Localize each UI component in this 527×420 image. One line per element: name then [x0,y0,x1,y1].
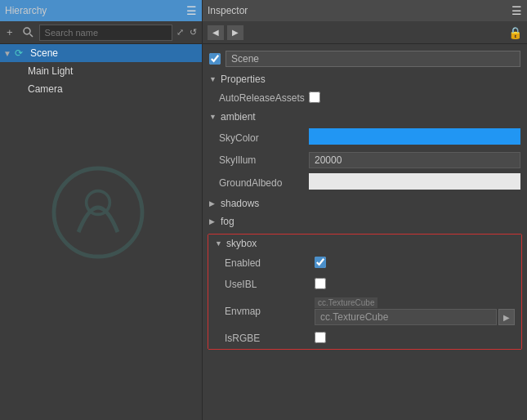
hierarchy-header: Hierarchy ☰ [0,0,202,21]
scene-name-row [203,47,527,70]
skybox-useibl-value [315,278,515,292]
skybox-enabled-checkbox[interactable] [315,257,326,268]
fog-arrow: ▶ [209,217,217,226]
inspector-panel: Inspector ☰ ◀ ▶ 🔒 ▼ Properties AutoRelea… [203,0,527,420]
shadows-title: shadows [221,198,259,209]
inspector-title: Inspector [208,5,248,16]
inspector-header: Inspector ☰ [203,0,527,21]
properties-arrow: ▼ [209,75,217,83]
skybox-isrgbe-checkbox[interactable] [315,332,326,343]
search-input[interactable] [39,25,172,41]
auto-release-label: AutoReleaseAssets [219,92,309,104]
ground-albedo-swatch[interactable] [309,173,520,190]
svg-point-0 [24,28,30,34]
properties-section-header[interactable]: ▼ Properties [203,70,527,88]
envmap-input[interactable] [315,309,497,325]
scene-enabled-checkbox[interactable] [209,53,221,65]
search-button[interactable] [19,25,37,41]
skybox-useibl-checkbox[interactable] [315,278,326,289]
skybox-useibl-row: UseIBL [208,274,521,295]
camera-label: Camera [28,83,63,95]
auto-release-value [309,92,520,105]
ambient-title: ambient [221,111,256,123]
nav-forward-button[interactable]: ▶ [227,25,243,40]
sky-color-value [309,128,520,147]
skybox-useibl-label: UseIBL [225,279,315,290]
shadows-section-header[interactable]: ▶ shadows [203,194,527,212]
skybox-arrow: ▼ [215,239,223,248]
skybox-section: ▼ skybox Enabled UseIBL [208,234,522,350]
tree-item-mainlight[interactable]: Main Light [0,62,202,80]
fog-title: fog [221,216,234,227]
ambient-arrow: ▼ [209,113,217,121]
hierarchy-panel: Hierarchy ☰ + ⤢ ↺ ▼ ⟳ Scene [0,0,203,420]
collapse-icon[interactable]: ⤢ [175,25,185,39]
skybox-title: skybox [226,238,257,249]
inspector-menu-icon[interactable]: ☰ [511,4,522,17]
inspector-content: ▼ Properties AutoReleaseAssets ▼ ambient… [203,44,527,420]
scene-label: Scene [30,47,58,59]
scene-icon: ⟳ [15,47,28,59]
skybox-enabled-value [315,257,515,270]
auto-release-checkbox[interactable] [309,92,320,103]
tree-item-camera[interactable]: Camera [0,80,202,98]
sky-color-label: SkyColor [219,132,309,144]
auto-release-row: AutoReleaseAssets [203,88,527,108]
ground-albedo-label: GroundAlbedo [219,177,309,189]
sky-illum-label: SkyIllum [219,154,309,166]
skybox-header[interactable]: ▼ skybox [208,235,521,252]
lock-button[interactable]: 🔒 [508,26,522,39]
mainlight-label: Main Light [28,65,73,77]
sky-color-swatch[interactable] [309,128,520,145]
ground-albedo-row: GroundAlbedo [203,171,527,194]
hierarchy-title: Hierarchy [5,5,47,16]
svg-line-1 [29,34,33,37]
envmap-input-row: ▶ [315,309,515,325]
skybox-envmap-row: Envmap cc.TextureCube ▶ [208,295,521,328]
hierarchy-toolbar: + ⤢ ↺ [0,21,202,44]
envmap-type-label: cc.TextureCube [315,297,377,308]
inspector-nav: ◀ ▶ 🔒 [203,21,527,44]
skybox-isrgbe-row: IsRGBE [208,328,521,349]
hierarchy-menu-icon[interactable]: ☰ [186,4,197,17]
hierarchy-tree: ▼ ⟳ Scene Main Light Camera [0,44,202,420]
sky-illum-row: SkyIllum [203,150,527,171]
scene-name-input[interactable] [226,51,520,67]
properties-title: Properties [221,74,266,85]
skybox-envmap-label: Envmap [225,306,315,317]
skybox-envmap-value: cc.TextureCube ▶ [315,297,515,325]
add-node-button[interactable]: + [3,25,16,39]
skybox-enabled-label: Enabled [225,257,315,269]
ambient-section-header[interactable]: ▼ ambient [203,108,527,126]
skybox-enabled-row: Enabled [208,252,521,274]
sky-illum-input[interactable] [309,152,520,168]
ground-albedo-value [309,173,520,192]
refresh-icon[interactable]: ↺ [188,25,199,39]
fog-section-header[interactable]: ▶ fog [203,212,527,230]
tree-item-scene[interactable]: ▼ ⟳ Scene [0,44,202,62]
shadows-arrow: ▶ [209,199,217,208]
skybox-isrgbe-value [315,332,515,346]
scene-expand-arrow: ▼ [3,49,15,58]
sky-illum-value [309,152,520,168]
envmap-pick-button[interactable]: ▶ [498,309,515,325]
sky-color-row: SkyColor [203,126,527,150]
nav-back-button[interactable]: ◀ [208,25,224,40]
skybox-isrgbe-label: IsRGBE [225,333,315,344]
